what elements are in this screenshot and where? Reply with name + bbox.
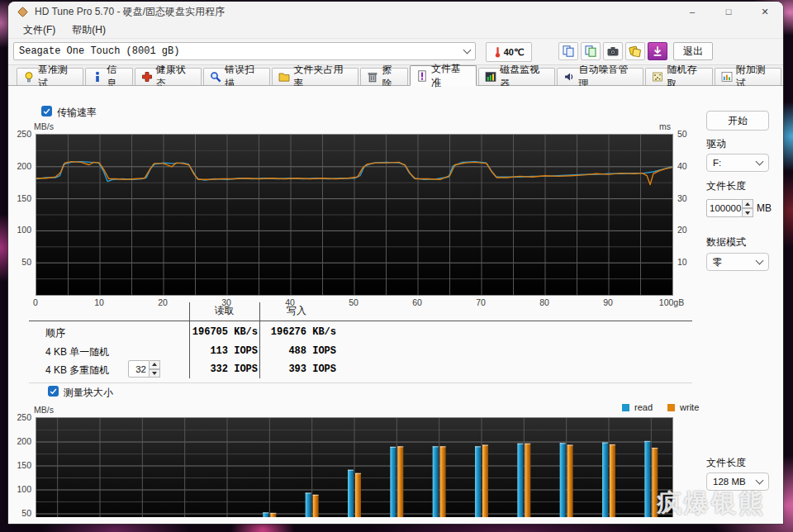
tick-label: 70 [464, 297, 497, 307]
tab-label: 文件基准 [431, 62, 470, 90]
tick-label: 100 [8, 225, 31, 235]
tick-label: 50 [8, 508, 31, 517]
tab-info[interactable]: 信息 [85, 68, 133, 85]
write-value: 488 IOPS [263, 345, 336, 357]
tick-label: 200 [8, 436, 31, 446]
drive-label: 驱动 [706, 137, 726, 151]
write-value: 393 IOPS [263, 363, 336, 375]
close-button[interactable]: ✕ [747, 2, 783, 21]
file-length-spinner[interactable]: 100000 [706, 199, 753, 217]
copy-report-button[interactable] [581, 42, 601, 60]
block-size-checkbox[interactable] [48, 386, 59, 397]
tick-label: 80 [528, 297, 561, 307]
bar-write [525, 444, 530, 517]
bar-highlight [397, 446, 403, 447]
tab-disk-monitor[interactable]: 磁盘监视器 [478, 68, 555, 85]
bar-write [567, 444, 573, 517]
bar-highlight [355, 473, 361, 474]
spin-down-button[interactable] [150, 369, 160, 378]
tab-random-access[interactable]: 随机存取 [645, 68, 712, 85]
write-value: 196276 KB/s [263, 326, 336, 338]
transfer-rate-checkbox[interactable] [41, 106, 52, 116]
bar-highlight [525, 444, 530, 444]
app-icon [17, 6, 29, 18]
bar-highlight [433, 446, 439, 447]
disk-stack-button[interactable] [625, 42, 645, 60]
drive-dropdown-value: F: [713, 158, 721, 168]
tab-benchmark-bulb[interactable]: 基准测试 [17, 68, 83, 85]
random-access-icon [652, 71, 663, 83]
tab-erase-trash[interactable]: 擦除 [360, 68, 408, 85]
bar-highlight [602, 443, 608, 444]
tick-label: 20 [677, 225, 697, 235]
menu-file[interactable]: 文件(F) [15, 21, 64, 39]
tick-label: 10 [83, 297, 116, 307]
tab-aam-speaker[interactable]: 自动噪音管理 [557, 68, 643, 85]
tick-label: 30 [677, 193, 697, 203]
bar-highlight [306, 492, 311, 493]
tab-folder-usage[interactable]: 文件夹占用率 [272, 68, 359, 85]
drive-select[interactable]: Seagate One Touch (8001 gB) [13, 42, 476, 60]
table-header-rule [29, 321, 692, 321]
download-icon [651, 45, 664, 58]
row-label: 顺序 [45, 326, 65, 340]
data-mode-dropdown[interactable]: 零 [706, 253, 769, 271]
tick-label: 250 [8, 412, 31, 422]
y-axis-unit-right: ms [659, 121, 671, 131]
tab-file-benchmark[interactable]: 文件基准 [410, 65, 477, 86]
copy-button[interactable] [558, 42, 578, 60]
spin-up-button[interactable] [150, 360, 160, 369]
benchmark-bulb-icon [23, 71, 35, 83]
bar-highlight [610, 444, 615, 445]
maximize-button[interactable]: □ [710, 2, 747, 21]
minimize-button[interactable]: – [674, 2, 710, 21]
start-button[interactable]: 开始 [706, 111, 769, 131]
tab-extra-tests[interactable]: 附加测试 [715, 68, 781, 85]
titlebar: HD Tune Pro 5.70 - 硬盘/固态硬盘实用程序 – □ ✕ [8, 2, 783, 21]
tick-label: 200 [8, 161, 31, 171]
tab-error-scan[interactable]: 错误扫描 [203, 68, 270, 85]
download-button[interactable] [648, 42, 667, 60]
chevron-down-icon [756, 257, 764, 265]
tick-label: 100gB [655, 297, 688, 307]
bar-read [475, 446, 481, 517]
block-size-chart-area: MB/s 25020015010050 [8, 405, 699, 517]
bar-highlight [440, 446, 446, 447]
spin-up-button[interactable] [743, 199, 753, 208]
block-size-chart [36, 417, 673, 517]
check-icon [42, 107, 51, 116]
bar-highlight [390, 447, 396, 448]
bar-highlight [270, 513, 276, 514]
bar-highlight [652, 448, 658, 449]
copy-icon [562, 45, 575, 58]
tick-label: 150 [8, 460, 31, 470]
bar-read [560, 443, 566, 517]
read-value: 332 IOPS [175, 363, 258, 375]
chevron-down-icon [463, 46, 472, 55]
camera-button[interactable] [603, 42, 623, 60]
exit-button[interactable]: 退出 [673, 42, 713, 60]
disk-stack-icon [629, 45, 642, 58]
row-label: 4 KB 多重随机 [45, 363, 109, 378]
tick-label: 250 [8, 129, 31, 139]
queue-depth-spinner[interactable]: 32 [128, 360, 160, 378]
chevron-down-icon [756, 477, 764, 485]
menu-help[interactable]: 帮助(H) [64, 21, 114, 39]
temperature-button[interactable]: 40℃ [486, 42, 532, 62]
extra-tests-icon [721, 71, 733, 83]
file-length-unit: MB [757, 202, 772, 214]
tab-health-cross[interactable]: 健康状态 [135, 68, 202, 85]
temperature-value: 40℃ [504, 47, 525, 58]
col-header-write: 写入 [259, 304, 334, 318]
bar-highlight [313, 495, 319, 496]
drive-dropdown[interactable]: F: [706, 154, 769, 172]
file-length-value[interactable]: 100000 [706, 199, 743, 217]
copy-report-icon [584, 45, 597, 58]
bar-highlight [517, 444, 523, 444]
spin-down-button[interactable] [743, 208, 753, 217]
queue-depth-value[interactable]: 32 [128, 360, 150, 378]
drive-select-value: Seagate One Touch (8001 gB) [19, 45, 179, 57]
tick-label: 40 [677, 161, 697, 171]
row-label: 4 KB 单一随机 [45, 345, 109, 359]
bar-write [313, 495, 319, 517]
